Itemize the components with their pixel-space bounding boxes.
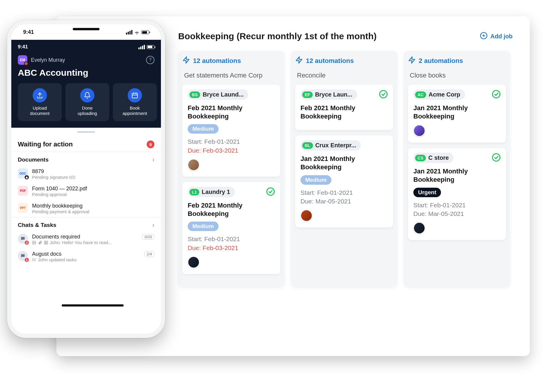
document-item[interactable]: PDF Form 1040 — 2022.pdf Pending approva… [11, 183, 161, 200]
account-abbr: L1 [189, 189, 199, 195]
column-name: Get statements Acme Corp [182, 72, 280, 79]
help-icon[interactable]: ? [146, 56, 154, 64]
document-title: Form 1040 — 2022.pdf [32, 186, 87, 192]
bell-icon [80, 88, 94, 102]
document-title: Monthly bookkeeping [32, 203, 89, 209]
plus-circle-icon [480, 32, 488, 41]
automations-label: 12 automations [193, 57, 241, 65]
unread-badge: 1 [24, 257, 29, 263]
card-title: Jan 2021 Monthly Bookkeeping [413, 167, 501, 184]
board-column: 12 automations Get statements Acme Corp … [178, 51, 284, 287]
check-circle-icon [266, 187, 275, 197]
account-tag[interactable]: BS Bryce Laund... [188, 89, 248, 100]
add-job-button[interactable]: Add job [480, 32, 513, 41]
svg-point-6 [380, 90, 387, 98]
assignee-avatar[interactable] [301, 210, 312, 222]
account-tag[interactable]: BL Crux Enterpr... [301, 140, 361, 151]
job-card[interactable]: EF Bryce Laun... Feb 2021 Monthly Bookke… [295, 85, 393, 130]
account-abbr: BL [302, 142, 313, 149]
account-tag[interactable]: EF Bryce Laun... [301, 89, 357, 100]
waiting-title: Waiting for action [18, 140, 73, 148]
automations-link[interactable]: 12 automations [182, 56, 280, 66]
sheet-grip[interactable] [77, 131, 95, 133]
svg-point-24 [33, 258, 33, 259]
chat-avatar: 2 [18, 234, 28, 244]
add-job-label: Add job [491, 33, 513, 40]
wifi-icon [134, 30, 140, 34]
ppt-file-icon: PPT [18, 203, 28, 213]
document-status: Pending approval [32, 192, 87, 197]
document-item[interactable]: PPT Monthly bookkeeping Pending payment … [11, 200, 161, 217]
redaction-bar [62, 304, 124, 306]
document-status: Pending payment & approval [32, 209, 89, 214]
card-title: Jan 2021 Monthly Bookkeeping [301, 155, 388, 171]
card-title: Jan 2021 Monthly Bookkeeping [413, 104, 501, 121]
column-name: Reconcile [295, 72, 393, 79]
user-avatar-chip[interactable]: EM [18, 55, 27, 65]
chat-title: August docs [32, 251, 61, 257]
automations-label: 2 automations [419, 57, 463, 65]
chat-progress: 2/4 [144, 251, 154, 257]
document-status: Pending signature 0/2 [32, 175, 75, 180]
document-item[interactable]: DOC 8879 Pending signature 0/2 [11, 165, 161, 183]
chat-title: Documents required [32, 234, 80, 240]
check-circle-icon [379, 90, 388, 100]
documents-header-row[interactable]: Documents › [11, 152, 161, 165]
svg-point-25 [33, 260, 33, 260]
doc-file-icon: DOC [18, 168, 28, 178]
tile-label: Upload document [30, 105, 50, 116]
svg-rect-17 [45, 241, 46, 242]
automations-link[interactable]: 2 automations [408, 56, 506, 66]
card-title: Feb 2021 Monthly Bookkeeping [301, 104, 388, 121]
bolt-icon [295, 56, 303, 66]
chats-header: Chats & Tasks [18, 222, 56, 228]
user-name: Evelyn Murray [31, 57, 65, 63]
job-card[interactable]: BS Bryce Laund... Feb 2021 Monthly Bookk… [182, 85, 280, 177]
svg-point-4 [267, 188, 274, 195]
automations-link[interactable]: 12 automations [295, 56, 393, 66]
svg-marker-3 [183, 57, 189, 63]
assignee-avatar[interactable] [413, 222, 425, 234]
account-tag[interactable]: AC Acme Corp [413, 89, 465, 100]
action-tile[interactable]: Upload document [18, 83, 62, 121]
phone-mock: 9:41 9:41 EM Evelyn Murray ? ABC Account… [7, 20, 165, 338]
check-circle-icon [492, 153, 501, 163]
account-name: Crux Enterpr... [315, 142, 356, 149]
assignee-avatar[interactable] [188, 256, 200, 268]
chats-header-row[interactable]: Chats & Tasks › [11, 217, 161, 231]
svg-marker-5 [296, 57, 302, 63]
job-card[interactable]: BL Crux Enterpr... Jan 2021 Monthly Book… [295, 135, 393, 227]
svg-point-8 [493, 90, 500, 98]
account-name: Bryce Laun... [315, 91, 352, 98]
calendar-icon [128, 88, 142, 102]
account-name: Bryce Laund... [203, 91, 243, 98]
assignee-avatar[interactable] [413, 125, 425, 137]
board-title: Bookkeeping (Recur monthly 1st of the mo… [178, 31, 377, 41]
upload-icon [33, 88, 47, 102]
action-tile[interactable]: Done uploading [65, 83, 109, 121]
job-card[interactable]: CS C store Jan 2021 Monthly BookkeepingU… [408, 148, 506, 240]
check-circle-icon [492, 90, 501, 100]
start-date: Start: Feb-01-2021 [413, 201, 501, 209]
chevron-right-icon: › [152, 222, 154, 228]
job-card[interactable]: L1 Laundry 1 Feb 2021 Monthly Bookkeepin… [182, 182, 280, 274]
lock-icon [24, 175, 29, 180]
card-title: Feb 2021 Monthly Bookkeeping [188, 201, 275, 218]
action-tile[interactable]: Book appointment [113, 83, 157, 121]
due-date: Due: Feb-03-2021 [188, 146, 275, 155]
chat-item[interactable]: 1 August docs 2/4 John updated tasks [11, 248, 161, 265]
chat-item[interactable]: 2 Documents required 0/20 John: Hello! Y… [11, 231, 161, 248]
start-date: Start: Feb-01-2021 [188, 235, 275, 243]
account-abbr: BS [189, 91, 200, 98]
job-card[interactable]: AC Acme Corp Jan 2021 Monthly Bookkeepin… [408, 85, 506, 143]
battery-icon [141, 30, 149, 34]
assignee-avatar[interactable] [188, 159, 200, 171]
board-column: 12 automations Reconcile EF Bryce Laun..… [291, 51, 397, 287]
account-tag[interactable]: L1 Laundry 1 [188, 187, 235, 197]
unread-badge: 2 [24, 240, 29, 245]
tile-label: Book appointment [123, 105, 147, 116]
account-tag[interactable]: CS C store [413, 153, 453, 163]
document-title: 8879 [32, 168, 75, 175]
account-abbr: CS [415, 155, 426, 161]
outer-time: 9:41 [23, 29, 34, 35]
